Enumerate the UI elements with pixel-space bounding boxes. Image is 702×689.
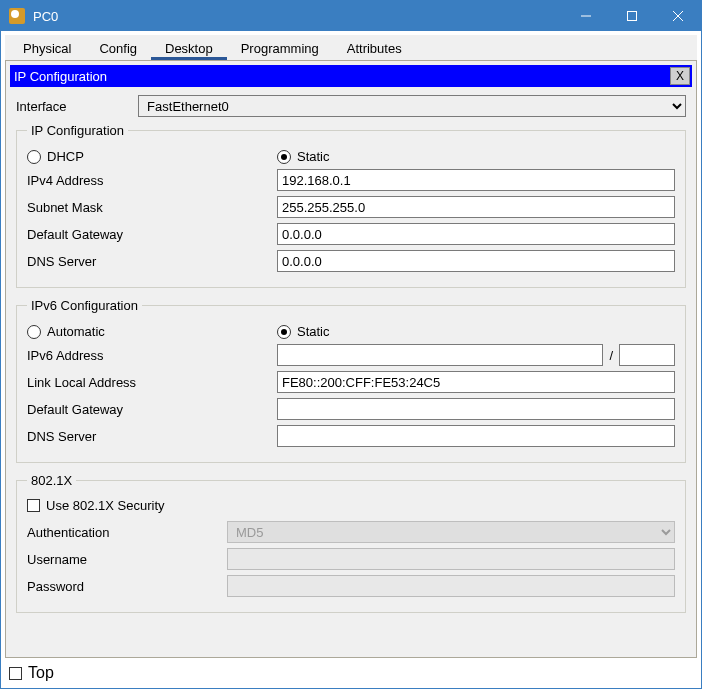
window-title: PC0	[33, 9, 563, 24]
ipv4-dns-input[interactable]	[277, 250, 675, 272]
ipv6-dns-input[interactable]	[277, 425, 675, 447]
titlebar: PC0	[1, 1, 701, 31]
ipv4-dhcp-label: DHCP	[47, 149, 84, 164]
tab-programming[interactable]: Programming	[227, 37, 333, 60]
ipv4-static-label: Static	[297, 149, 330, 164]
dot1x-use-label: Use 802.1X Security	[46, 498, 165, 513]
panel-wrap: IP Configuration X Interface FastEtherne…	[5, 61, 697, 658]
ipv4-gw-input[interactable]	[277, 223, 675, 245]
form-area: Interface FastEthernet0 IP Configuration…	[10, 87, 692, 653]
tab-config[interactable]: Config	[85, 37, 151, 60]
dot1x-pass-label: Password	[27, 579, 227, 594]
close-button[interactable]	[655, 1, 701, 31]
ipv6-addr-row: IPv6 Address /	[27, 344, 675, 366]
interface-row: Interface FastEthernet0	[16, 95, 686, 117]
bottom-row: Top	[5, 658, 697, 688]
minimize-button[interactable]	[563, 1, 609, 31]
ipv4-static-radio[interactable]: Static	[277, 149, 330, 164]
checkbox-icon	[27, 499, 40, 512]
ipv4-addr-input[interactable]	[277, 169, 675, 191]
ipv4-dns-row: DNS Server	[27, 250, 675, 272]
tab-bar: Physical Config Desktop Programming Attr…	[5, 35, 697, 61]
dot1x-user-input	[227, 548, 675, 570]
radio-icon	[277, 150, 291, 164]
ipv6-prefix-input[interactable]	[619, 344, 675, 366]
ipv6-gw-label: Default Gateway	[27, 402, 277, 417]
dot1x-auth-label: Authentication	[27, 525, 227, 540]
ipv4-mask-row: Subnet Mask	[27, 196, 675, 218]
ipv6-static-radio[interactable]: Static	[277, 324, 330, 339]
dot1x-user-label: Username	[27, 552, 227, 567]
app-window: PC0 Physical Config Desktop Programming …	[0, 0, 702, 689]
interface-label: Interface	[16, 99, 130, 114]
dot1x-use-checkbox[interactable]: Use 802.1X Security	[27, 498, 675, 513]
ipv6-auto-radio[interactable]: Automatic	[27, 324, 105, 339]
ipv6-ll-row: Link Local Address	[27, 371, 675, 393]
dot1x-fieldset: 802.1X Use 802.1X Security Authenticatio…	[16, 473, 686, 613]
maximize-icon	[627, 11, 637, 21]
checkbox-icon	[9, 667, 22, 680]
close-icon	[673, 11, 683, 21]
ipv6-slash: /	[609, 348, 613, 363]
dot1x-pass-input	[227, 575, 675, 597]
ipv4-mask-input[interactable]	[277, 196, 675, 218]
ipv6-gw-row: Default Gateway	[27, 398, 675, 420]
panel-title: IP Configuration	[14, 69, 670, 84]
dot1x-pass-row: Password	[27, 575, 675, 597]
radio-dot-icon	[281, 329, 287, 335]
tab-physical[interactable]: Physical	[9, 37, 85, 60]
ipv6-legend: IPv6 Configuration	[27, 298, 142, 313]
ipv4-mask-label: Subnet Mask	[27, 200, 277, 215]
ipv4-gw-label: Default Gateway	[27, 227, 277, 242]
dot1x-auth-row: Authentication MD5	[27, 521, 675, 543]
ipv6-static-label: Static	[297, 324, 330, 339]
ipv6-dns-row: DNS Server	[27, 425, 675, 447]
maximize-button[interactable]	[609, 1, 655, 31]
ipv6-fieldset: IPv6 Configuration Automatic Static	[16, 298, 686, 463]
ipv6-ll-input[interactable]	[277, 371, 675, 393]
dot1x-legend: 802.1X	[27, 473, 76, 488]
radio-icon	[27, 325, 41, 339]
ipv4-addr-label: IPv4 Address	[27, 173, 277, 188]
minimize-icon	[581, 11, 591, 21]
dot1x-auth-select: MD5	[227, 521, 675, 543]
panel-close-button[interactable]: X	[670, 67, 690, 85]
ipv4-fieldset: IP Configuration DHCP Static	[16, 123, 686, 288]
ipv6-gw-input[interactable]	[277, 398, 675, 420]
ipv4-dhcp-radio[interactable]: DHCP	[27, 149, 84, 164]
top-label: Top	[28, 664, 54, 682]
panel-header: IP Configuration X	[10, 65, 692, 87]
interface-select[interactable]: FastEthernet0	[138, 95, 686, 117]
ipv4-gw-row: Default Gateway	[27, 223, 675, 245]
ipv6-mode-row: Automatic Static	[27, 324, 675, 339]
top-checkbox[interactable]: Top	[9, 664, 54, 682]
ipv4-mode-row: DHCP Static	[27, 149, 675, 164]
svg-rect-1	[628, 12, 637, 21]
ipv6-ll-label: Link Local Address	[27, 375, 277, 390]
radio-dot-icon	[281, 154, 287, 160]
ipv4-dns-label: DNS Server	[27, 254, 277, 269]
dot1x-user-row: Username	[27, 548, 675, 570]
content-area: Physical Config Desktop Programming Attr…	[1, 31, 701, 688]
ipv6-dns-label: DNS Server	[27, 429, 277, 444]
radio-icon	[277, 325, 291, 339]
ipv6-auto-label: Automatic	[47, 324, 105, 339]
tab-desktop[interactable]: Desktop	[151, 37, 227, 60]
tab-attributes[interactable]: Attributes	[333, 37, 416, 60]
ipv6-addr-input[interactable]	[277, 344, 603, 366]
ipv4-legend: IP Configuration	[27, 123, 128, 138]
radio-icon	[27, 150, 41, 164]
ipv6-addr-label: IPv6 Address	[27, 348, 277, 363]
ipv4-addr-row: IPv4 Address	[27, 169, 675, 191]
app-icon	[9, 8, 25, 24]
